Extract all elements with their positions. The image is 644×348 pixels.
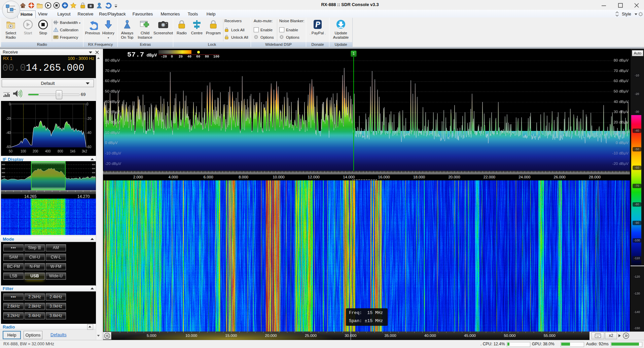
svg-text:Style: Style <box>622 12 631 16</box>
